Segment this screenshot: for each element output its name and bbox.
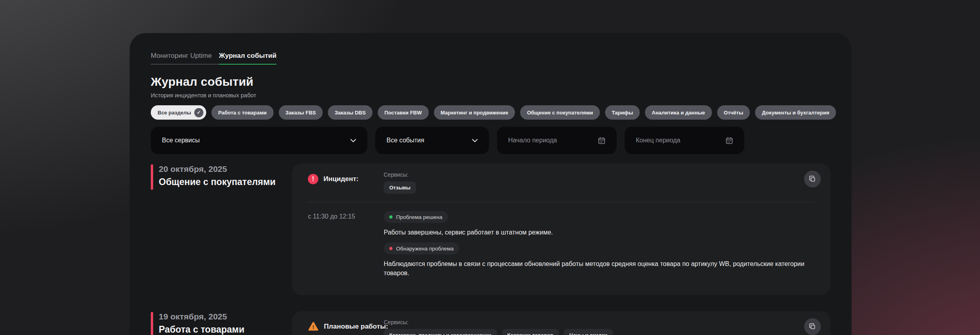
group-date: 20 октября, 2025 xyxy=(159,164,276,174)
section-chip-label: Отчёты xyxy=(724,110,743,116)
group-section: Работа с товарами xyxy=(159,324,245,335)
section-filter-chips: Все разделы ✓ Работа с товарами ✓ Заказы… xyxy=(151,105,830,120)
status-badge-label: Обнаружена проблема xyxy=(396,246,454,252)
services-select-value: Все сервисы xyxy=(162,137,200,144)
section-chip-label: Все разделы xyxy=(158,110,191,116)
status-dot-icon xyxy=(389,215,392,219)
calendar-icon xyxy=(598,137,605,144)
incident-icon: ! xyxy=(308,174,318,184)
event-card-header: ! Плановые работы: Сервисы: Категории, п… xyxy=(308,319,814,335)
section-chip[interactable]: Все разделы ✓ xyxy=(151,105,206,120)
event-group-header: 19 октября, 2025 Работа с товарами xyxy=(151,311,292,335)
event-card-header: ! Инцидент: Сервисы: Отзывы xyxy=(308,171,814,194)
services-label: Сервисы: xyxy=(384,171,814,178)
date-end-input[interactable]: Конец периода xyxy=(625,127,744,154)
event-card-incident: ! Инцидент: Сервисы: Отзывы с 11:30 до 1… xyxy=(292,164,830,295)
date-start-input[interactable]: Начало периода xyxy=(497,127,617,154)
status-dot-icon xyxy=(389,247,392,250)
section-chip[interactable]: Аналитика и данные ✓ xyxy=(645,105,712,120)
page-title: Журнал событий xyxy=(151,75,830,89)
service-tag: Цены и скидки xyxy=(564,329,613,335)
event-type: ! Плановые работы: xyxy=(308,319,384,335)
tab-monitoring-uptime[interactable]: Мониторинг Uptime xyxy=(151,52,219,65)
copy-button[interactable] xyxy=(804,171,821,187)
section-chip[interactable]: Заказы DBS ✓ xyxy=(328,105,373,120)
section-chip[interactable]: Документы и бухгалтерия ✓ xyxy=(755,105,836,120)
event-type: ! Инцидент: xyxy=(308,171,384,194)
update-text: Наблюдаются проблемы в связи с процессам… xyxy=(384,259,814,278)
service-tag: Отзывы xyxy=(384,181,416,194)
event-update: Проблема решена Работы завершены, сервис… xyxy=(384,211,814,237)
page-background: Мониторинг Uptime Журнал событий Журнал … xyxy=(0,0,980,335)
status-badge: Обнаружена проблема xyxy=(384,242,459,254)
event-update: Обнаружена проблема Наблюдаются проблемы… xyxy=(384,242,814,278)
section-chip-label: Общение с покупателями xyxy=(527,110,593,116)
services-label: Сервисы: xyxy=(384,319,814,325)
page-subtitle: История инцидентов и плановых работ xyxy=(151,92,830,99)
services-select[interactable]: Все сервисы xyxy=(151,127,367,154)
event-updates: Проблема решена Работы завершены, сервис… xyxy=(384,211,814,283)
copy-icon xyxy=(809,323,816,330)
event-card-maintenance: ! Плановые работы: Сервисы: Категории, п… xyxy=(292,311,830,335)
section-chip[interactable]: Общение с покупателями ✓ xyxy=(520,105,600,120)
event-type-label: Плановые работы: xyxy=(324,321,388,331)
status-panel: Мониторинг Uptime Журнал событий Журнал … xyxy=(130,33,852,335)
event-services: Сервисы: Отзывы xyxy=(384,171,814,194)
service-tags: Категории, предметы и характеристикиКарт… xyxy=(384,329,814,335)
chevron-down-icon xyxy=(472,139,478,142)
section-chip-label: Работа с товарами xyxy=(218,110,266,116)
status-badge-label: Проблема решена xyxy=(396,214,442,220)
events-select-value: Все события xyxy=(386,137,424,144)
card-divider xyxy=(308,202,814,202)
section-chip-label: Тарифы xyxy=(612,110,633,116)
group-date: 19 октября, 2025 xyxy=(159,312,245,321)
update-text: Работы завершены, сервис работает в штат… xyxy=(384,228,814,237)
section-chip[interactable]: Поставки FBW ✓ xyxy=(378,105,429,120)
date-start-placeholder: Начало периода xyxy=(508,137,557,144)
section-chip[interactable]: Заказы FBS ✓ xyxy=(279,105,323,120)
event-timeline: 20 октября, 2025 Общение с покупателями … xyxy=(151,164,830,335)
copy-icon xyxy=(809,175,816,183)
service-tag: Категории, предметы и характеристики xyxy=(384,329,497,335)
date-accent-bar xyxy=(151,164,153,190)
section-chip-label: Заказы FBS xyxy=(286,110,316,116)
section-chip[interactable]: Маркетинг и продвижение ✓ xyxy=(434,105,515,120)
event-time-range: с 11:30 до 12:15 xyxy=(308,211,384,283)
event-group: 20 октября, 2025 Общение с покупателями … xyxy=(151,164,830,295)
tab-bar: Мониторинг Uptime Журнал событий xyxy=(151,52,830,65)
tab-event-log[interactable]: Журнал событий xyxy=(219,52,276,65)
service-tags: Отзывы xyxy=(384,181,814,194)
section-chip-label: Маркетинг и продвижение xyxy=(441,110,509,116)
svg-text:!: ! xyxy=(312,324,314,330)
date-end-placeholder: Конец периода xyxy=(636,137,680,144)
warning-icon: ! xyxy=(308,321,319,331)
filter-row: Все сервисы Все события Начало периода К… xyxy=(151,127,830,154)
date-accent-bar xyxy=(151,312,153,335)
event-group: 19 октября, 2025 Работа с товарами ! xyxy=(151,311,830,335)
section-chip[interactable]: Отчёты ✓ xyxy=(717,105,750,120)
event-type-label: Инцидент: xyxy=(323,174,359,183)
chevron-down-icon xyxy=(350,139,356,142)
section-chip-label: Документы и бухгалтерия xyxy=(762,110,829,116)
check-icon: ✓ xyxy=(194,108,203,117)
section-chip-label: Аналитика и данные xyxy=(652,110,705,116)
event-card-body: с 11:30 до 12:15 Проблема решена Работы … xyxy=(308,211,814,283)
section-chip-label: Заказы DBS xyxy=(335,110,366,116)
service-tag: Карточки товаров xyxy=(502,329,559,335)
section-chip[interactable]: Тарифы ✓ xyxy=(605,105,640,120)
event-services: Сервисы: Категории, предметы и характери… xyxy=(384,319,814,335)
copy-button[interactable] xyxy=(804,318,821,335)
section-chip-label: Поставки FBW xyxy=(385,110,422,116)
group-section: Общение с покупателями xyxy=(159,177,276,187)
events-select[interactable]: Все события xyxy=(375,127,489,154)
status-badge: Проблема решена xyxy=(384,211,448,223)
event-group-header: 20 октября, 2025 Общение с покупателями xyxy=(151,164,292,295)
section-chip[interactable]: Работа с товарами ✓ xyxy=(211,105,273,120)
calendar-icon xyxy=(726,137,733,144)
